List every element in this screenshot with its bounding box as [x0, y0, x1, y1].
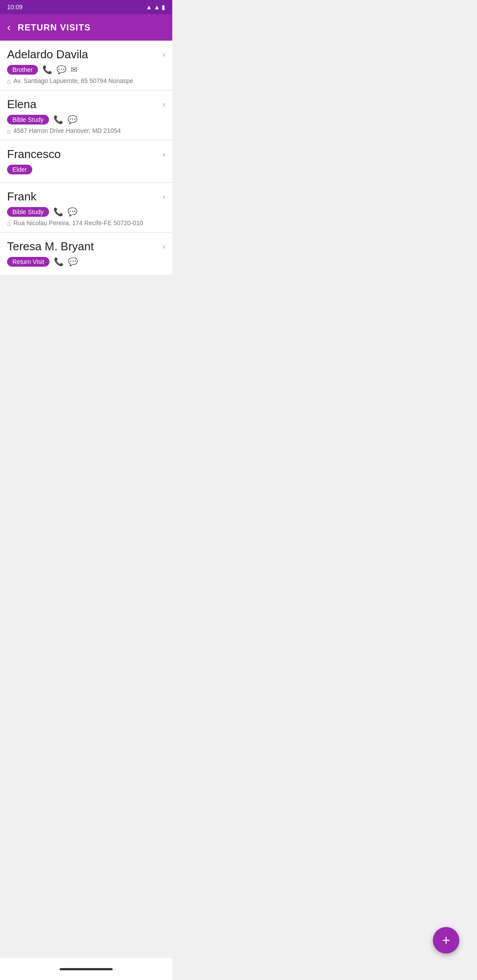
address-text: Rua Nicolau Pereira, 174 Recife-FE 50720…: [13, 219, 143, 226]
contact-item[interactable]: Francesco›Elder: [0, 140, 172, 183]
contact-item[interactable]: Adelardo Davila›Brother📞💬✉⌂Av. Santiago …: [0, 41, 172, 90]
phone-icon[interactable]: 📞: [53, 115, 63, 124]
contact-badge: Return Visit: [7, 257, 49, 267]
contact-address: ⌂Rua Nicolau Pereira, 174 Recife-FE 5072…: [7, 219, 165, 227]
chat-icon[interactable]: 💬: [68, 115, 77, 124]
email-icon[interactable]: ✉: [71, 65, 77, 75]
contact-name: Adelardo Davila: [7, 48, 88, 61]
chevron-right-icon: ›: [163, 192, 165, 201]
location-icon: ⌂: [7, 78, 11, 85]
contact-address: ⌂Av. Santiago Lapuernte, 65 50794 Nonasp…: [7, 77, 165, 85]
battery-icon: ▮: [162, 4, 165, 11]
location-icon: ⌂: [7, 128, 11, 135]
page-title: RETURN VISITS: [18, 23, 91, 33]
contact-list: Adelardo Davila›Brother📞💬✉⌂Av. Santiago …: [0, 41, 172, 275]
contact-badge: Elder: [7, 165, 32, 174]
chat-icon[interactable]: 💬: [57, 65, 66, 75]
contact-item[interactable]: Teresa M. Bryant›Return Visit📞💬: [0, 233, 172, 275]
app-header: ‹ RETURN VISITS: [0, 14, 172, 41]
chevron-right-icon: ›: [163, 100, 165, 109]
contact-name: Francesco: [7, 147, 61, 161]
contact-name: Frank: [7, 190, 36, 204]
signal-icon: ▲: [146, 4, 152, 11]
contact-name: Elena: [7, 98, 37, 111]
phone-icon[interactable]: 📞: [53, 207, 63, 217]
wifi-icon: ▲: [154, 4, 160, 11]
contact-badge: Brother: [7, 65, 38, 75]
contact-name: Teresa M. Bryant: [7, 240, 94, 253]
contact-address: ⌂4587 Harron Drive Hanover, MD 21054: [7, 127, 165, 135]
status-time: 10:09: [7, 4, 23, 11]
status-icons: ▲ ▲ ▮: [146, 4, 165, 11]
chevron-right-icon: ›: [163, 50, 165, 59]
back-button[interactable]: ‹: [7, 21, 11, 34]
contact-badge: Bible Study: [7, 115, 49, 124]
phone-icon[interactable]: 📞: [54, 257, 64, 267]
chat-icon[interactable]: 💬: [68, 257, 78, 267]
address-text: 4587 Harron Drive Hanover, MD 21054: [13, 127, 121, 134]
location-icon: ⌂: [7, 220, 11, 227]
contact-item[interactable]: Elena›Bible Study📞💬⌂4587 Harron Drive Ha…: [0, 90, 172, 140]
chat-icon[interactable]: 💬: [68, 207, 77, 217]
contact-badge: Bible Study: [7, 207, 49, 217]
empty-area: [0, 275, 172, 407]
chevron-right-icon: ›: [163, 150, 165, 159]
phone-icon[interactable]: 📞: [42, 65, 52, 75]
address-text: Av. Santiago Lapuernte, 65 50794 Nonaspe: [13, 77, 133, 84]
status-bar: 10:09 ▲ ▲ ▮: [0, 0, 172, 14]
chevron-right-icon: ›: [163, 242, 165, 251]
contact-item[interactable]: Frank›Bible Study📞💬⌂Rua Nicolau Pereira,…: [0, 183, 172, 233]
